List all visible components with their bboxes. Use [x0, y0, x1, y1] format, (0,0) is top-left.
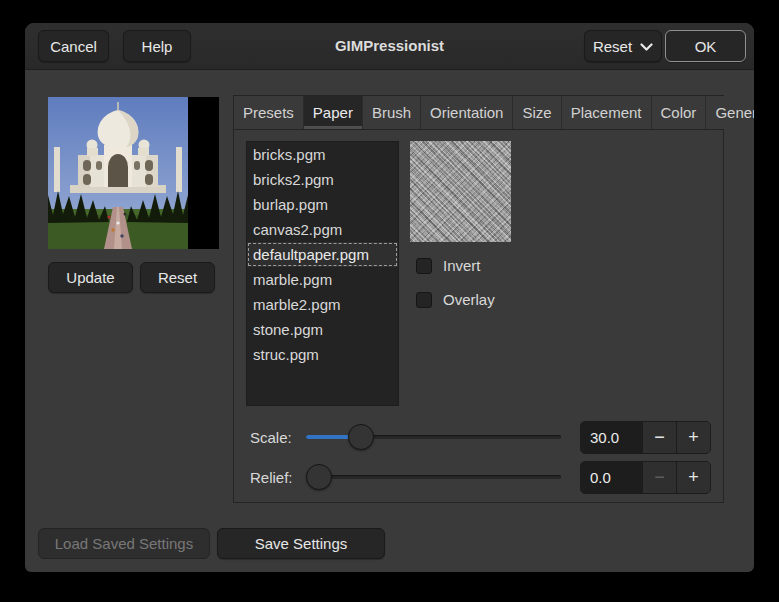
tab-color[interactable]: Color: [652, 96, 707, 129]
settings-notebook: Presets Paper Brush Orientation Size Pla…: [233, 95, 724, 503]
reset-dropdown-label: Reset: [593, 38, 632, 55]
invert-option: Invert: [416, 257, 481, 274]
list-item[interactable]: marble.pgm: [247, 267, 398, 292]
list-item[interactable]: stone.pgm: [247, 317, 398, 342]
gimpressionist-dialog: GIMPressionist Cancel Help Reset OK: [25, 23, 754, 572]
relief-label: Relief:: [250, 461, 293, 494]
list-item[interactable]: bricks.pgm: [247, 142, 398, 167]
relief-value-input[interactable]: 0.0: [581, 462, 642, 493]
tab-placement[interactable]: Placement: [562, 96, 652, 129]
relief-decrement-button[interactable]: −: [642, 462, 676, 493]
relief-slider-row: Relief: 0.0 − +: [234, 461, 723, 494]
paper-texture-preview: [410, 141, 511, 242]
scale-slider-track[interactable]: [306, 435, 561, 439]
invert-label: Invert: [443, 257, 481, 274]
overlay-label: Overlay: [443, 291, 495, 308]
scale-value-input[interactable]: 30.0: [581, 422, 642, 453]
list-item[interactable]: canvas2.pgm: [247, 217, 398, 242]
paper-tab-panel: bricks.pgm bricks2.pgm burlap.pgm canvas…: [234, 129, 723, 502]
preview-reset-button[interactable]: Reset: [140, 262, 215, 293]
list-item[interactable]: bricks2.pgm: [247, 167, 398, 192]
scale-spinbox: 30.0 − +: [580, 421, 711, 454]
scale-label: Scale:: [250, 421, 292, 454]
tab-bar: Presets Paper Brush Orientation Size Pla…: [234, 96, 723, 130]
list-item[interactable]: struc.pgm: [247, 342, 398, 367]
tab-presets[interactable]: Presets: [234, 96, 304, 129]
tab-orientation[interactable]: Orientation: [421, 96, 513, 129]
invert-checkbox[interactable]: [416, 258, 432, 274]
overlay-checkbox[interactable]: [416, 292, 432, 308]
taj-mahal-preview-image: [48, 97, 188, 249]
relief-slider-track[interactable]: [306, 475, 561, 479]
cancel-button[interactable]: Cancel: [38, 30, 109, 62]
paper-file-list[interactable]: bricks.pgm bricks2.pgm burlap.pgm canvas…: [246, 141, 399, 406]
titlebar: GIMPressionist Cancel Help Reset OK: [25, 23, 754, 70]
help-button[interactable]: Help: [123, 30, 191, 62]
tab-general[interactable]: General: [706, 96, 754, 129]
scale-slider-row: Scale: 30.0 − +: [234, 421, 723, 454]
image-preview: [48, 97, 219, 249]
tab-brush[interactable]: Brush: [363, 96, 421, 129]
tab-paper[interactable]: Paper: [304, 96, 363, 129]
save-settings-button[interactable]: Save Settings: [217, 528, 385, 559]
update-button[interactable]: Update: [48, 262, 133, 293]
relief-slider-thumb[interactable]: [306, 464, 332, 490]
load-saved-settings-button[interactable]: Load Saved Settings: [38, 528, 210, 559]
scale-slider-thumb[interactable]: [348, 424, 374, 450]
list-item[interactable]: burlap.pgm: [247, 192, 398, 217]
chevron-down-icon: [640, 43, 653, 52]
tab-size[interactable]: Size: [513, 96, 561, 129]
ok-button[interactable]: OK: [665, 30, 746, 62]
scale-decrement-button[interactable]: −: [642, 422, 676, 453]
screen: GIMPressionist Cancel Help Reset OK: [0, 0, 779, 602]
relief-spinbox: 0.0 − +: [580, 461, 711, 494]
list-item[interactable]: marble2.pgm: [247, 292, 398, 317]
relief-increment-button[interactable]: +: [676, 462, 710, 493]
overlay-option: Overlay: [416, 291, 495, 308]
list-item[interactable]: defaultpaper.pgm: [247, 242, 398, 267]
scale-increment-button[interactable]: +: [676, 422, 710, 453]
reset-dropdown-button[interactable]: Reset: [584, 30, 662, 62]
